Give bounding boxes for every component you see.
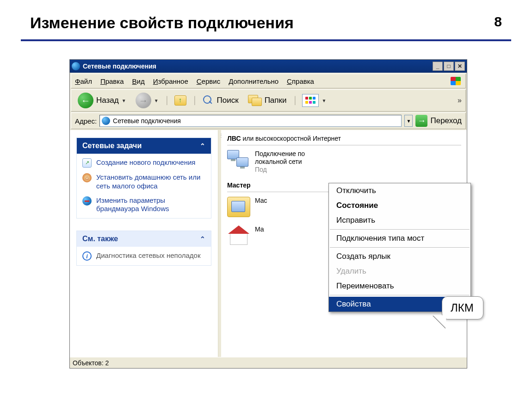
wizard-icon <box>82 158 92 168</box>
status-bar: Объектов: 2 <box>70 357 467 368</box>
context-menu-item[interactable]: Состояние <box>329 198 470 213</box>
toolbar-overflow[interactable]: » <box>458 96 462 105</box>
context-menu-separator <box>330 247 470 248</box>
chevron-down-icon[interactable]: ▼ <box>322 98 326 103</box>
see-also-box: См. также ⌃ Диагностика сетевых неполадо… <box>76 231 211 266</box>
callout-lkm: ЛКМ <box>442 296 483 319</box>
firewall-icon <box>82 196 92 206</box>
item-label: Подключение по локальной сети Под <box>255 150 338 173</box>
chevron-up-icon: ⌃ <box>200 142 205 150</box>
arrow-right-icon: → <box>415 115 427 127</box>
globe-icon <box>72 62 80 70</box>
network-tasks-body: Создание нового подключения Установить д… <box>77 154 211 218</box>
context-menu-item[interactable]: Отключить <box>329 183 470 198</box>
info-icon <box>82 251 92 261</box>
go-label: Переход <box>430 116 462 125</box>
address-input[interactable]: Сетевые подключения <box>99 115 402 127</box>
folders-label: Папки <box>265 96 287 105</box>
go-button[interactable]: → Переход <box>415 115 462 127</box>
network-tasks-header[interactable]: Сетевые задачи ⌃ <box>77 138 211 154</box>
context-menu-separator <box>330 229 470 230</box>
task-pane: Сетевые задачи ⌃ Создание нового подключ… <box>70 130 218 357</box>
context-menu-item[interactable]: Исправить <box>329 213 470 228</box>
task-label: Создание нового подключения <box>96 158 195 167</box>
chevron-down-icon[interactable]: ▼ <box>154 98 159 103</box>
group-lan-header: ЛВС или высокоскоростной Интернет <box>227 135 461 142</box>
search-label: Поиск <box>217 96 239 105</box>
task-firewall[interactable]: Изменить параметры брандмауэра Windows <box>82 196 205 214</box>
views-button[interactable]: ▼ <box>299 93 329 108</box>
link-label: Диагностика сетевых неполадок <box>96 251 200 259</box>
folders-icon <box>248 95 262 106</box>
toolbar: ← Назад ▼ → ▼ │ │ Поиск Папки │ ▼ » <box>71 89 466 112</box>
task-home-network[interactable]: Установить домашнюю сеть или сеть малого… <box>82 173 205 191</box>
task-label: Изменить параметры брандмауэра Windows <box>96 196 205 214</box>
network-tasks-title: Сетевые задачи <box>82 142 142 150</box>
folders-button[interactable]: Папки <box>245 94 290 107</box>
menu-edit[interactable]: Правка <box>100 77 124 85</box>
up-button[interactable] <box>172 94 189 106</box>
window-title: Сетевые подключения <box>83 62 433 70</box>
task-label: Установить домашнюю сеть или сеть малого… <box>96 173 205 191</box>
folder-up-icon <box>174 95 186 106</box>
link-diagnostics[interactable]: Диагностика сетевых неполадок <box>82 251 205 261</box>
address-label: Адрес: <box>75 117 97 125</box>
arrow-left-icon: ← <box>78 93 93 108</box>
back-label: Назад <box>96 96 119 105</box>
address-dropdown[interactable]: ▼ <box>404 115 413 127</box>
network-tasks-box: Сетевые задачи ⌃ Создание нового подключ… <box>76 138 211 219</box>
back-button[interactable]: ← Назад ▼ <box>75 92 129 109</box>
home-network-icon <box>82 173 92 182</box>
slide-divider <box>21 39 511 41</box>
item-label: Мас <box>255 197 267 205</box>
status-text: Объектов: 2 <box>73 359 109 367</box>
item-label: Ма <box>255 225 264 233</box>
context-menu-item[interactable]: Подключения типа мост <box>329 231 470 246</box>
chevron-up-icon: ⌃ <box>200 235 205 243</box>
address-bar: Адрес: Сетевые подключения ▼ → Переход <box>71 112 466 129</box>
slide-title: Изменение свойств подключения <box>30 14 294 32</box>
see-also-title: См. также <box>82 235 118 243</box>
context-menu-item[interactable]: Переименовать <box>329 279 470 294</box>
maximize-button[interactable]: □ <box>444 62 454 71</box>
globe-icon <box>102 117 110 125</box>
pane-splitter[interactable] <box>218 130 222 357</box>
menu-tools[interactable]: Сервис <box>197 77 220 85</box>
menu-favorites[interactable]: Избранное <box>153 77 188 85</box>
window-buttons: _ □ ✕ <box>433 62 465 71</box>
group-divider <box>227 145 461 145</box>
search-button[interactable]: Поиск <box>199 94 241 107</box>
window-titlebar[interactable]: Сетевые подключения _ □ ✕ <box>70 60 467 73</box>
search-icon <box>202 94 214 106</box>
toolbar-separator: │ <box>165 96 168 105</box>
menu-bar: Файл Правка Вид Избранное Сервис Дополни… <box>71 74 466 88</box>
arrow-right-icon: → <box>136 93 151 108</box>
house-icon <box>227 225 250 246</box>
close-button[interactable]: ✕ <box>455 62 465 71</box>
menu-advanced[interactable]: Дополнительно <box>229 77 278 85</box>
lan-connection-icon <box>227 150 250 170</box>
see-also-header[interactable]: См. также ⌃ <box>77 231 211 247</box>
wizard-folder-icon <box>227 197 250 217</box>
context-menu: ОтключитьСостояниеИсправитьПодключения т… <box>328 183 471 312</box>
chevron-down-icon[interactable]: ▼ <box>122 98 126 103</box>
forward-button[interactable]: → ▼ <box>133 92 161 109</box>
address-value: Сетевые подключения <box>113 117 181 125</box>
toolbar-separator: │ <box>193 96 196 105</box>
item-local-connection[interactable]: Подключение по локальной сети Под <box>227 150 461 173</box>
context-menu-item: Удалить <box>329 264 470 279</box>
views-icon <box>302 94 319 107</box>
toolbar-separator: │ <box>293 96 296 105</box>
windows-flag-icon <box>450 76 462 86</box>
slide-page-number: 8 <box>494 14 502 30</box>
task-new-connection[interactable]: Создание нового подключения <box>82 158 205 168</box>
see-also-body: Диагностика сетевых неполадок <box>77 247 211 265</box>
context-menu-separator <box>330 295 470 295</box>
minimize-button[interactable]: _ <box>433 62 443 71</box>
menu-view[interactable]: Вид <box>132 77 145 85</box>
context-menu-item[interactable]: Создать ярлык <box>329 249 470 264</box>
menu-file[interactable]: Файл <box>75 77 92 85</box>
menu-help[interactable]: Справка <box>287 77 314 85</box>
